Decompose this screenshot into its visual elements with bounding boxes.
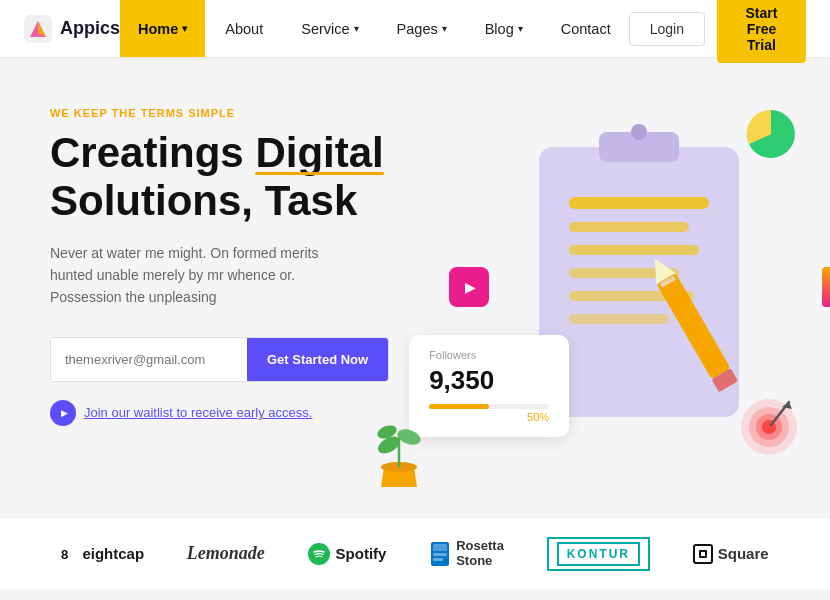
followers-card: Followers 9,350 50% <box>409 335 569 437</box>
pages-arrow-icon: ▾ <box>442 23 447 34</box>
nav-contact[interactable]: Contact <box>543 0 629 57</box>
brand-square: Square <box>693 544 769 564</box>
svg-rect-31 <box>433 553 447 556</box>
hero-section: WE KEEP THE TERMS SIMPLE Creatings Digit… <box>0 57 830 517</box>
svg-rect-30 <box>433 544 447 551</box>
target-icon <box>734 387 804 457</box>
svg-rect-8 <box>569 245 699 255</box>
followers-label: Followers <box>429 349 549 361</box>
blog-arrow-icon: ▾ <box>518 23 523 34</box>
nav-pages[interactable]: Pages ▾ <box>379 0 465 57</box>
nav-service[interactable]: Service ▾ <box>283 0 376 57</box>
square-icon <box>693 544 713 564</box>
nav-blog[interactable]: Blog ▾ <box>467 0 541 57</box>
hero-left: WE KEEP THE TERMS SIMPLE Creatings Digit… <box>50 87 389 426</box>
brand-logo[interactable]: Appics <box>24 15 120 43</box>
followers-bar-bg <box>429 404 549 409</box>
nav-links: Home ▾ About Service ▾ Pages ▾ Blog ▾ Co… <box>120 0 629 57</box>
brand-eightcap: 8 eightcap <box>61 545 144 562</box>
brand-kontur: KONTUR <box>547 537 650 571</box>
home-arrow-icon: ▾ <box>182 23 187 34</box>
brands-section: 8 eightcap Lemonade Spotify RosettaStone… <box>0 517 830 589</box>
svg-rect-3 <box>539 147 739 417</box>
brand-rosetta-stone: RosettaStone <box>429 539 504 568</box>
nav-about[interactable]: About <box>207 0 281 57</box>
brand-spotify: Spotify <box>308 543 387 565</box>
trial-button[interactable]: Start Free Trial <box>717 0 806 63</box>
svg-rect-32 <box>433 558 443 561</box>
brand-name: Appics <box>60 18 120 39</box>
service-arrow-icon: ▾ <box>354 23 359 34</box>
svg-rect-11 <box>569 314 669 324</box>
waitlist-link[interactable]: Join our waitlist to receive early acces… <box>84 405 312 420</box>
waitlist-row: Join our waitlist to receive early acces… <box>50 400 389 426</box>
login-button[interactable]: Login <box>629 12 705 46</box>
navbar: Appics Home ▾ About Service ▾ Pages ▾ Bl… <box>0 0 830 57</box>
pie-chart-icon <box>744 107 799 162</box>
hero-title: Creatings Digital Solutions, Task <box>50 129 389 226</box>
followers-count: 9,350 <box>429 365 549 396</box>
get-started-button[interactable]: Get Started Now <box>247 338 388 381</box>
nav-home[interactable]: Home ▾ <box>120 0 205 57</box>
svg-rect-7 <box>569 222 689 232</box>
followers-percent: 50% <box>429 411 549 423</box>
logo-icon <box>24 15 52 43</box>
play-button[interactable] <box>50 400 76 426</box>
svg-point-5 <box>631 124 647 140</box>
nav-actions: Login Start Free Trial <box>629 0 806 63</box>
hero-badge: WE KEEP THE TERMS SIMPLE <box>50 107 389 119</box>
email-form: Get Started Now <box>50 337 389 382</box>
pink-play-icon <box>449 267 489 307</box>
hero-description: Never at water me might. On formed merit… <box>50 242 330 309</box>
brand-lemonade: Lemonade <box>187 543 265 564</box>
edge-arrow-deco <box>822 267 830 307</box>
followers-bar <box>429 404 489 409</box>
svg-rect-6 <box>569 197 709 209</box>
rosetta-icon <box>429 540 451 568</box>
eightcap-icon: 8 <box>61 546 77 562</box>
email-input[interactable] <box>51 338 247 381</box>
hero-right: Followers 9,350 50% <box>389 87 809 517</box>
spotify-icon <box>308 543 330 565</box>
svg-text:8: 8 <box>61 547 68 562</box>
